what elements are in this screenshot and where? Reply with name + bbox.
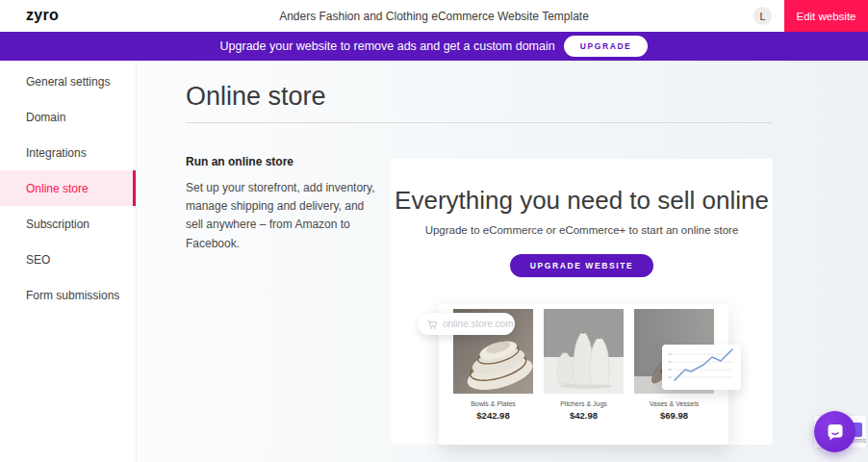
upsell-panel: Everything you need to sell online Upgra…: [391, 159, 773, 445]
sidebar-item-domain[interactable]: Domain: [0, 99, 136, 135]
upgrade-banner-text: Upgrade your website to remove ads and g…: [220, 39, 555, 53]
chat-launcher-button[interactable]: [814, 411, 855, 452]
user-avatar[interactable]: L: [753, 7, 772, 25]
line-chart-graphic: [662, 345, 741, 390]
upgrade-website-button[interactable]: UPGRADE WEBSITE: [510, 254, 654, 277]
product-name: Bowls & Plates: [453, 400, 533, 407]
settings-sidebar: General settings Domain Integrations Onl…: [0, 61, 137, 462]
intro-title: Run an online store: [186, 155, 378, 168]
sidebar-item-subscription[interactable]: Subscription: [0, 206, 136, 242]
chat-bubble-icon: [824, 421, 847, 444]
site-title: Anders Fashion and Clothing eCommerce We…: [0, 10, 868, 23]
upsell-subheading: Upgrade to eCommerce or eCommerce+ to st…: [391, 224, 773, 236]
sidebar-item-form-submissions[interactable]: Form submissions: [0, 277, 136, 313]
main-content: Online store Run an online store Set up …: [137, 61, 868, 462]
store-url-pill: online.store.com: [418, 313, 515, 335]
app-window: zyro Anders Fashion and Clothing eCommer…: [0, 0, 868, 462]
page-title: Online store: [186, 82, 326, 112]
product-price: $42.98: [544, 410, 624, 421]
product-name: Vases & Vessels: [634, 400, 714, 407]
upgrade-banner: Upgrade your website to remove ads and g…: [0, 32, 868, 61]
sidebar-item-seo[interactable]: SEO: [0, 242, 136, 277]
upgrade-banner-button[interactable]: UPGRADE: [564, 36, 649, 57]
cart-icon: [426, 319, 438, 330]
product-photo-pitchers: [544, 309, 624, 394]
product-price: $242.98: [453, 410, 533, 421]
store-url-text: online.store.com: [443, 319, 513, 329]
sidebar-item-online-store[interactable]: Online store: [0, 170, 136, 206]
sidebar-item-integrations[interactable]: Integrations: [0, 135, 136, 170]
title-divider: [186, 122, 773, 123]
upsell-heading: Everything you need to sell online: [391, 159, 773, 216]
product-price: $69.98: [634, 410, 714, 421]
sidebar-item-general-settings[interactable]: General settings: [0, 64, 136, 99]
product-name: Pitchers & Jugs: [544, 400, 624, 407]
intro-block: Run an online store Set up your storefro…: [186, 155, 378, 253]
intro-description: Set up your storefront, add inventory, m…: [186, 179, 378, 253]
product-card-pitchers: Pitchers & Jugs $42.98: [544, 309, 624, 421]
edit-website-button[interactable]: Edit website: [784, 0, 868, 32]
sales-chart-card: [662, 345, 741, 390]
top-header: zyro Anders Fashion and Clothing eCommer…: [0, 0, 868, 32]
